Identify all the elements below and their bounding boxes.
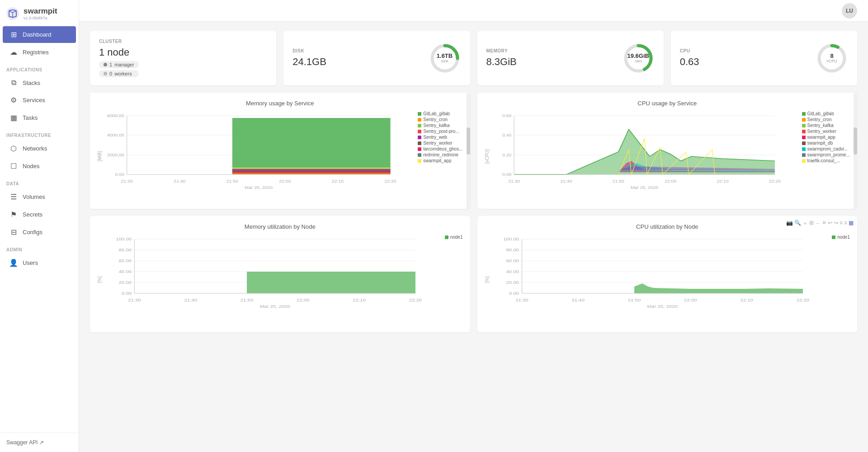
disk-card: DISK 24.1GB 1.6TB size: [283, 31, 470, 85]
svg-marker-95: [634, 283, 803, 293]
manager-label: manager: [114, 62, 134, 67]
svg-text:21:30: 21:30: [508, 179, 520, 184]
cpu-service-scrollthumb: [854, 127, 857, 155]
sidebar-item-registries[interactable]: ☁ Registries: [3, 44, 76, 61]
legend-item: swarmpit_app: [802, 135, 850, 140]
disk-donut-value: 1.6TB: [437, 52, 453, 59]
app-name: swarmpit: [24, 7, 57, 16]
registries-icon: ☁: [9, 48, 18, 56]
svg-text:Mar 25, 2020: Mar 25, 2020: [245, 185, 273, 190]
sidebar-item-nodes[interactable]: ☐ Nodes: [3, 158, 76, 174]
sidebar-label-services: Services: [23, 97, 45, 104]
legend-item: Sentry_cron: [418, 117, 462, 122]
cpu-service-chart: CPU usage by Service [vCPU] 0.60 0.40 0.…: [477, 93, 858, 209]
svg-text:2000.00: 2000.00: [107, 153, 125, 157]
sidebar-item-services[interactable]: ⚙ Services: [3, 92, 76, 108]
grid-icon[interactable]: ⊞: [809, 220, 814, 227]
cpu-node-svg-area: 100.00 80.00 60.00 40.00 20.00 0.00 21:3…: [493, 235, 826, 325]
bar-chart-icon[interactable]: ▦: [849, 220, 854, 227]
svg-marker-30: [232, 168, 391, 169]
tasks-icon: ▦: [9, 113, 18, 122]
camera-icon[interactable]: 📷: [786, 220, 793, 227]
content: CLUSTER 1 node 1 manager 0 workers: [79, 22, 868, 452]
services-icon: ⚙: [9, 96, 18, 104]
sidebar-item-stacks[interactable]: ⧉ Stacks: [3, 75, 76, 91]
svg-text:80.00: 80.00: [119, 248, 132, 252]
sidebar-item-users[interactable]: 👤 Users: [3, 254, 76, 271]
memory-donut-sub: ram: [627, 59, 649, 64]
legend-item: node1: [445, 235, 463, 240]
svg-text:0.40: 0.40: [502, 133, 512, 137]
svg-text:22:10: 22:10: [353, 298, 366, 302]
memory-service-chart: Memory usage by Service [MiB] 6000.00 4: [90, 93, 470, 209]
svg-text:22:00: 22:00: [684, 298, 697, 302]
redo-icon[interactable]: ↪: [834, 220, 838, 227]
sidebar-item-dashboard[interactable]: ⊞ Dashboard: [3, 26, 76, 43]
workers-count: 0: [109, 71, 112, 76]
disk-label: DISK: [292, 48, 326, 53]
disk-value: 24.1GB: [292, 56, 326, 68]
legend-item: GitLab_gitlab: [802, 111, 850, 116]
svg-text:22:10: 22:10: [740, 298, 753, 302]
svg-text:4000.00: 4000.00: [107, 133, 125, 137]
svg-text:22:20: 22:20: [769, 179, 781, 184]
memory-service-title: Memory usage by Service: [97, 100, 463, 107]
close-icon[interactable]: ✕: [822, 220, 826, 227]
svg-text:21:50: 21:50: [226, 179, 239, 184]
cpu-node-legend: node1: [829, 235, 850, 325]
memory-service-scrollthumb: [467, 127, 470, 155]
sidebar-item-networks[interactable]: ⬡ Networks: [3, 140, 76, 157]
svg-text:21:50: 21:50: [612, 179, 624, 184]
swagger-api-link[interactable]: Swagger API ↗: [0, 433, 79, 452]
memory-label: MEMORY: [486, 48, 517, 53]
cpu-label: CPU: [680, 48, 699, 53]
networks-icon: ⬡: [9, 144, 18, 153]
disk-donut-sub: size: [437, 59, 453, 64]
nodes-icon: ☐: [9, 162, 18, 170]
svg-text:80.00: 80.00: [506, 248, 519, 252]
legend-item: Sentry_cron: [802, 117, 850, 122]
zoom-icon[interactable]: 🔍: [794, 220, 801, 227]
svg-text:40.00: 40.00: [119, 269, 132, 274]
logo: swarmpit v1.9-0b9f47a: [0, 0, 79, 26]
svg-text:22:10: 22:10: [717, 179, 729, 184]
menu2-icon[interactable]: ≡: [844, 220, 847, 227]
svg-text:22:00: 22:00: [665, 179, 677, 184]
memory-service-scrollbar[interactable]: [467, 93, 470, 209]
manager-count: 1: [109, 62, 112, 67]
menu1-icon[interactable]: ≡: [840, 220, 843, 227]
svg-text:0.60: 0.60: [502, 113, 512, 118]
svg-marker-25: [232, 172, 391, 174]
undo-icon[interactable]: ↩: [828, 220, 832, 227]
svg-text:Mar 25, 2020: Mar 25, 2020: [630, 185, 658, 190]
memory-service-svg: 6000.00 4000.00 2000.00 0.00 21:30 21:40…: [106, 111, 411, 202]
cpu-service-scrollbar[interactable]: [854, 93, 857, 209]
sidebar-label-stacks: Stacks: [23, 80, 40, 86]
sidebar-item-tasks[interactable]: ▦ Tasks: [3, 109, 76, 126]
svg-text:20.00: 20.00: [119, 280, 132, 285]
svg-text:60.00: 60.00: [506, 259, 519, 263]
svg-marker-26: [232, 171, 391, 172]
cluster-card: CLUSTER 1 node 1 manager 0 workers: [90, 31, 276, 85]
cpu-service-legend: GitLab_gitlab Sentry_cron Sentry_kafka S…: [799, 111, 850, 202]
sidebar-item-configs[interactable]: ⊟ Configs: [3, 224, 76, 240]
memory-donut: 19.6GiB ram: [622, 42, 655, 75]
cpu-value: 0.63: [680, 56, 699, 68]
cpu-node-svg: 100.00 80.00 60.00 40.00 20.00 0.00 21:3…: [493, 235, 826, 325]
memory-node-title: Memory utilization by Node: [97, 223, 463, 230]
sidebar-item-secrets[interactable]: ⚑ Secrets: [3, 206, 76, 223]
workers-badge-dot: [104, 72, 107, 75]
svg-text:21:30: 21:30: [121, 179, 133, 184]
memory-donut-value: 19.6GiB: [627, 52, 649, 59]
configs-icon: ⊟: [9, 228, 18, 236]
svg-text:21:30: 21:30: [128, 298, 141, 302]
user-avatar[interactable]: LU: [842, 3, 857, 19]
svg-marker-27: [232, 170, 391, 171]
svg-marker-28: [232, 170, 391, 170]
manager-badge: 1 manager: [99, 61, 139, 68]
svg-text:0.00: 0.00: [122, 291, 132, 296]
minus-icon[interactable]: －: [815, 220, 821, 227]
plus-icon[interactable]: ＋: [802, 220, 808, 227]
sidebar-item-volumes[interactable]: ☰ Volumes: [3, 188, 76, 205]
topbar: LU: [79, 0, 868, 22]
